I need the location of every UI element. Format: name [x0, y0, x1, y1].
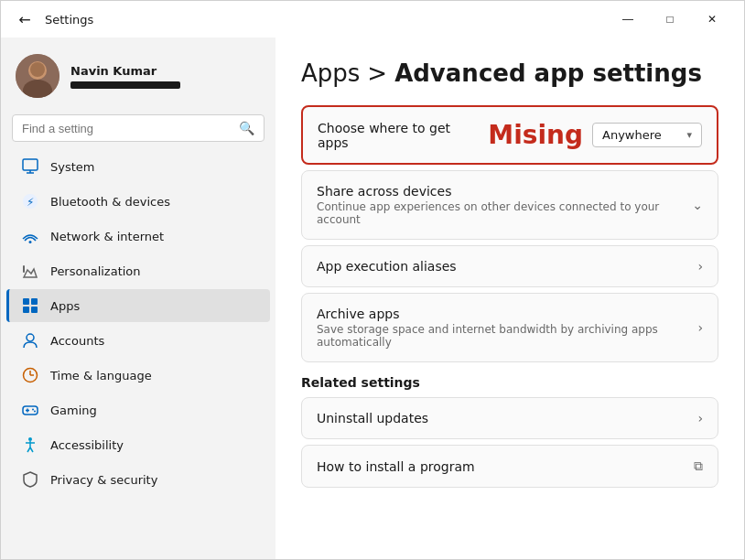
- svg-rect-13: [31, 298, 38, 305]
- system-icon: [21, 157, 39, 176]
- accounts-icon: [21, 331, 39, 350]
- accessibility-icon: [21, 436, 39, 454]
- title-bar-left: ← Settings: [12, 6, 93, 32]
- sidebar-item-label-gaming: Gaming: [50, 404, 97, 417]
- sidebar-item-label-privacy: Privacy & security: [50, 473, 157, 487]
- sidebar-item-label-network: Network & internet: [50, 230, 164, 243]
- archive-card-title: Archive apps: [317, 307, 697, 321]
- minimize-button[interactable]: —: [607, 5, 649, 34]
- sidebar-item-system[interactable]: System: [6, 150, 270, 183]
- search-input[interactable]: [22, 122, 232, 135]
- apps-icon: [21, 296, 39, 315]
- get-apps-label: Choose where to get apps: [318, 121, 479, 150]
- anywhere-dropdown[interactable]: Anywhere ▾: [592, 123, 702, 147]
- network-icon: [21, 227, 39, 245]
- personalization-icon: [21, 262, 39, 280]
- sidebar: Navin Kumar 🔍 System ⚡ Bluetoo: [1, 38, 275, 559]
- maximize-button[interactable]: □: [649, 5, 691, 34]
- dropdown-value: Anywhere: [602, 128, 662, 142]
- execution-card-title: App execution aliases: [317, 259, 697, 274]
- sidebar-item-accessibility[interactable]: Accessibility: [6, 428, 270, 461]
- gaming-icon: [21, 401, 39, 419]
- chevron-right-icon: ›: [697, 320, 703, 335]
- breadcrumb: Apps > Advanced app settings: [301, 59, 718, 87]
- privacy-icon: [21, 470, 39, 489]
- user-name: Navin Kumar: [70, 64, 180, 78]
- sidebar-item-label-accounts: Accounts: [50, 334, 104, 348]
- card-text-execution: App execution aliases: [317, 259, 697, 274]
- avatar: [16, 54, 59, 98]
- breadcrumb-current: Advanced app settings: [394, 59, 702, 87]
- user-email-bar: [70, 81, 180, 89]
- sidebar-item-gaming[interactable]: Gaming: [6, 393, 270, 426]
- install-card-title: How to install a program: [317, 459, 694, 474]
- archive-apps-card[interactable]: Archive apps Save storage space and inte…: [301, 293, 718, 362]
- time-icon: [21, 366, 39, 384]
- window-controls: — □ ✕: [607, 5, 733, 34]
- svg-line-29: [30, 447, 33, 452]
- svg-rect-5: [23, 159, 38, 170]
- external-link-icon: ⧉: [694, 458, 703, 474]
- svg-point-16: [27, 334, 34, 341]
- sidebar-item-personalization[interactable]: Personalization: [6, 254, 270, 287]
- sidebar-item-network[interactable]: Network & internet: [6, 220, 270, 253]
- svg-rect-20: [23, 406, 38, 415]
- main-content: Navin Kumar 🔍 System ⚡ Bluetoo: [1, 38, 744, 559]
- uninstall-updates-card[interactable]: Uninstall updates ›: [301, 397, 718, 439]
- chevron-right-icon: ›: [697, 259, 703, 274]
- card-text-share: Share across devices Continue app experi…: [317, 184, 692, 226]
- breadcrumb-parent: Apps: [301, 59, 360, 87]
- sidebar-item-label-bluetooth: Bluetooth & devices: [50, 195, 170, 209]
- search-box[interactable]: 🔍: [12, 114, 265, 142]
- app-execution-aliases-card[interactable]: App execution aliases ›: [301, 245, 718, 287]
- svg-point-23: [32, 409, 34, 411]
- how-to-install-card[interactable]: How to install a program ⧉: [301, 445, 718, 488]
- sidebar-item-time[interactable]: Time & language: [6, 359, 270, 392]
- sidebar-item-accounts[interactable]: Accounts: [6, 324, 270, 357]
- page-header: Apps > Advanced app settings: [301, 59, 718, 87]
- archive-card-subtitle: Save storage space and internet bandwidt…: [317, 323, 697, 349]
- user-info: Navin Kumar: [70, 64, 180, 89]
- svg-point-10: [29, 241, 32, 243]
- share-across-devices-card[interactable]: Share across devices Continue app experi…: [301, 170, 718, 240]
- search-icon: 🔍: [239, 121, 254, 135]
- card-text-archive: Archive apps Save storage space and inte…: [317, 307, 697, 349]
- uninstall-card-title: Uninstall updates: [317, 411, 697, 425]
- title-bar: ← Settings — □ ✕: [1, 1, 744, 38]
- chevron-down-icon: ▾: [686, 129, 692, 141]
- svg-rect-12: [23, 298, 29, 305]
- settings-window: ← Settings — □ ✕: [0, 0, 745, 560]
- svg-line-28: [27, 447, 30, 452]
- svg-point-4: [30, 62, 45, 77]
- close-button[interactable]: ✕: [691, 5, 733, 34]
- sidebar-item-label-personalization: Personalization: [50, 264, 141, 278]
- svg-point-25: [28, 437, 32, 441]
- main-panel: Apps > Advanced app settings Choose wher…: [275, 38, 744, 559]
- svg-rect-15: [31, 307, 38, 313]
- share-card-subtitle: Continue app experiences on other device…: [317, 200, 692, 226]
- bluetooth-icon: ⚡: [21, 192, 39, 210]
- window-title: Settings: [45, 13, 93, 27]
- card-text-uninstall: Uninstall updates: [317, 411, 697, 425]
- share-card-title: Share across devices: [317, 184, 692, 199]
- sidebar-item-apps[interactable]: Apps: [6, 289, 270, 322]
- user-section: Navin Kumar: [1, 45, 275, 111]
- sidebar-item-label-time: Time & language: [50, 369, 152, 382]
- back-button[interactable]: ←: [12, 6, 38, 32]
- sidebar-item-label-system: System: [50, 160, 94, 174]
- sidebar-item-label-accessibility: Accessibility: [50, 438, 124, 452]
- sidebar-item-privacy[interactable]: Privacy & security: [6, 463, 270, 496]
- card-text-install: How to install a program: [317, 459, 694, 474]
- chevron-right-icon: ›: [697, 411, 703, 425]
- svg-rect-14: [23, 307, 29, 313]
- breadcrumb-separator: >: [367, 59, 387, 87]
- svg-point-24: [34, 411, 36, 413]
- get-apps-card: Choose where to get apps Mising Anywhere…: [301, 105, 718, 165]
- related-settings-heading: Related settings: [301, 375, 718, 390]
- chevron-down-icon: ⌄: [692, 198, 703, 212]
- svg-text:⚡: ⚡: [27, 196, 34, 209]
- missing-label: Mising: [488, 120, 583, 150]
- sidebar-item-bluetooth[interactable]: ⚡ Bluetooth & devices: [6, 185, 270, 218]
- sidebar-item-label-apps: Apps: [50, 299, 80, 313]
